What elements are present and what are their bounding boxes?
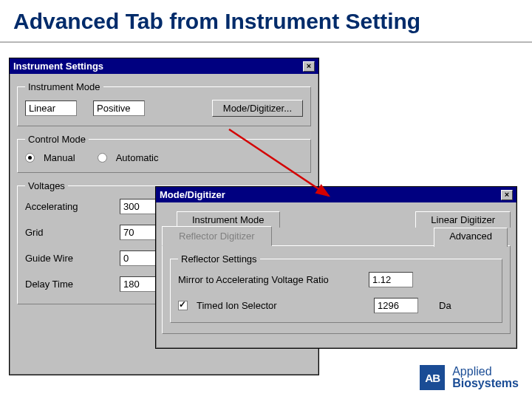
field-label: Grid (25, 227, 114, 238)
group-control-mode: Control Mode Manual Automatic (17, 134, 311, 173)
mode-dropdown[interactable]: Linear (25, 100, 77, 116)
logo-text-line1: Applied (452, 366, 519, 378)
tab-linear-digitizer[interactable]: Linear Digitizer (415, 211, 511, 228)
timed-ion-checkbox[interactable] (178, 301, 188, 310)
radio-label: Automatic (116, 152, 159, 163)
group-legend: Instrument Mode (25, 81, 103, 92)
mode-value: Linear (25, 100, 77, 116)
window-title: Instrument Settings (13, 61, 103, 72)
tab-strip: Instrument Mode Linear Digitizer Reflect… (162, 210, 511, 334)
radio-manual[interactable] (25, 153, 35, 163)
close-icon[interactable]: × (303, 61, 315, 72)
field-label: Delay Time (25, 279, 114, 290)
mode-digitizer-button[interactable]: Mode/Digitizer... (212, 100, 303, 117)
slide-rule (0, 41, 532, 43)
unit-label: Da (439, 300, 451, 311)
field-label: Guide Wire (25, 253, 114, 264)
close-icon[interactable]: × (501, 190, 513, 200)
logo-mark: AB (420, 365, 445, 390)
radio-label: Manual (44, 152, 75, 163)
slide-title: Advanced Tab from Instrument Setting (0, 0, 532, 37)
window-title: Mode/Digitizer (160, 189, 225, 200)
timed-ion-input[interactable]: 1296 (374, 298, 418, 313)
radio-automatic[interactable] (98, 153, 107, 163)
titlebar-instrument-settings: Instrument Settings × (10, 58, 318, 74)
ratio-input[interactable]: 1.12 (369, 272, 413, 287)
tab-advanced[interactable]: Advanced (434, 228, 508, 247)
titlebar-mode-digitizer: Mode/Digitizer × (156, 187, 516, 202)
group-legend: Control Mode (25, 134, 89, 145)
group-legend: Reflector Settings (178, 253, 260, 265)
tab-instrument-mode[interactable]: Instrument Mode (177, 211, 280, 228)
tab-pane: Reflector Settings Mirror to Acceleratin… (162, 245, 511, 334)
polarity-dropdown[interactable]: Positive (93, 100, 145, 116)
mode-digitizer-window: Mode/Digitizer × Instrument Mode Linear … (155, 186, 517, 349)
logo-text-line2: Biosystems (452, 378, 519, 389)
group-instrument-mode: Instrument Mode Linear Positive Mode/Dig… (17, 81, 311, 126)
tab-reflector-digitizer[interactable]: Reflector Digitizer (162, 226, 272, 246)
timed-ion-label: Timed Ion Selector (197, 300, 368, 311)
field-label: Accelerating (25, 201, 114, 212)
applied-biosystems-logo: AB Applied Biosystems (420, 365, 519, 390)
polarity-value: Positive (93, 100, 145, 116)
group-legend: Voltages (25, 180, 68, 191)
group-reflector-settings: Reflector Settings Mirror to Acceleratin… (170, 253, 502, 323)
ratio-label: Mirror to Accelerating Voltage Ratio (178, 274, 363, 285)
